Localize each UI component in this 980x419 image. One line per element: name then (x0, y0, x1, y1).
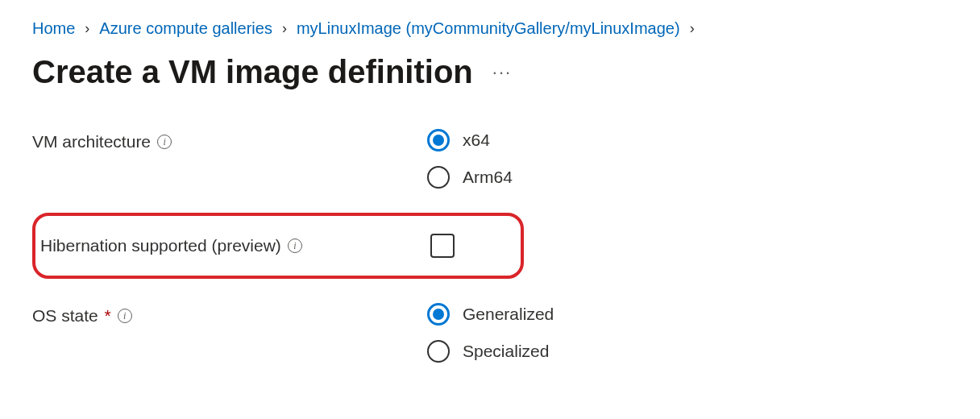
hibernation-controls (430, 234, 455, 258)
radio-generalized[interactable]: Generalized (427, 303, 554, 326)
radio-specialized[interactable]: Specialized (427, 340, 554, 363)
label-text: Hibernation supported (preview) (40, 236, 281, 255)
info-icon[interactable]: i (157, 135, 172, 149)
radio-x64[interactable]: x64 (427, 129, 513, 151)
radio-label-arm64: Arm64 (463, 168, 513, 187)
breadcrumb-current[interactable]: myLinuxImage (myCommunityGallery/myLinux… (297, 19, 680, 38)
radio-button[interactable] (427, 166, 450, 189)
page-title: Create a VM image definition (32, 54, 473, 90)
hibernation-label: Hibernation supported (preview) i (40, 236, 430, 255)
vm-architecture-label: VM architecture i (32, 129, 427, 151)
hibernation-checkbox[interactable] (430, 234, 455, 258)
chevron-right-icon: › (85, 20, 89, 37)
label-text: VM architecture (32, 132, 151, 151)
label-text: OS state (32, 306, 98, 325)
info-icon[interactable]: i (118, 309, 132, 323)
info-icon[interactable]: i (288, 239, 302, 253)
form-section: VM architecture i x64 Arm64 Hibernation … (32, 129, 948, 363)
hibernation-highlight: Hibernation supported (preview) i (32, 213, 524, 279)
breadcrumb: Home › Azure compute galleries › myLinux… (32, 19, 948, 38)
required-asterisk: * (105, 306, 111, 325)
chevron-right-icon: › (690, 20, 695, 37)
page-title-row: Create a VM image definition ··· (32, 54, 948, 90)
more-actions-button[interactable]: ··· (492, 62, 512, 83)
hibernation-row: Hibernation supported (preview) i (40, 234, 516, 258)
radio-dot (433, 135, 444, 146)
radio-label-x64: x64 (463, 131, 490, 150)
breadcrumb-galleries[interactable]: Azure compute galleries (99, 19, 272, 38)
chevron-right-icon: › (282, 20, 287, 37)
radio-dot (433, 309, 444, 320)
radio-button-selected[interactable] (427, 303, 450, 326)
os-state-label: OS state * i (32, 303, 427, 326)
radio-label-generalized: Generalized (463, 305, 554, 324)
vm-architecture-row: VM architecture i x64 Arm64 (32, 129, 948, 189)
vm-architecture-controls: x64 Arm64 (427, 129, 513, 189)
radio-button-selected[interactable] (427, 129, 450, 151)
radio-label-specialized: Specialized (463, 342, 549, 361)
radio-button[interactable] (427, 340, 450, 363)
breadcrumb-home[interactable]: Home (32, 19, 75, 38)
radio-arm64[interactable]: Arm64 (427, 166, 513, 189)
os-state-row: OS state * i Generalized Specialized (32, 303, 948, 363)
os-state-controls: Generalized Specialized (427, 303, 554, 363)
